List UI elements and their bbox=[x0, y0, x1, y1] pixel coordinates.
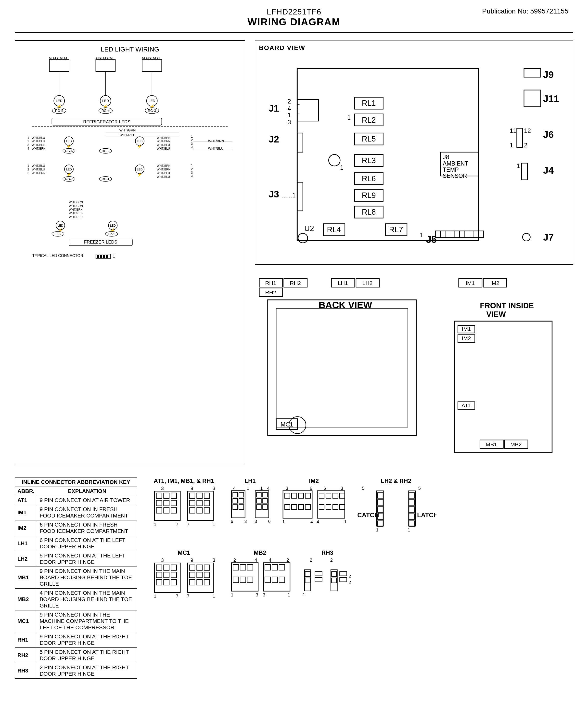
svg-rect-276 bbox=[255, 491, 269, 518]
svg-text:J2: J2 bbox=[269, 134, 279, 144]
connector-at1-im1-mb1-rh1: AT1, IM1, MB1, & RH1 3 9 3 bbox=[147, 477, 221, 533]
svg-rect-256 bbox=[197, 500, 203, 506]
svg-rect-22 bbox=[142, 59, 162, 71]
appliance-views-svg: RH1 RH2 RH2 LH1 LH2 IM1 IM2 BACK VIEW bbox=[255, 274, 573, 466]
svg-text:AMBIENT: AMBIENT bbox=[443, 160, 468, 167]
board-view-title: BOARD VIEW bbox=[259, 44, 569, 52]
explanation-mc1: 9 PIN CONNECTION IN THE MACHINE COMPARTM… bbox=[37, 611, 137, 632]
svg-rect-280 bbox=[262, 499, 267, 503]
svg-text:WHT/BRN: WHT/BRN bbox=[32, 147, 46, 150]
svg-rect-334 bbox=[164, 565, 169, 571]
svg-rect-282 bbox=[262, 505, 267, 510]
svg-rect-390 bbox=[340, 572, 347, 576]
svg-text:6: 6 bbox=[323, 486, 326, 491]
svg-rect-241 bbox=[164, 493, 169, 499]
svg-text:1: 1 bbox=[113, 254, 115, 258]
svg-rect-172 bbox=[522, 163, 527, 180]
right-panel: BOARD VIEW J9 J11 J1 bbox=[255, 40, 573, 465]
svg-rect-244 bbox=[164, 500, 169, 506]
svg-text:WHT/BLU: WHT/BLU bbox=[157, 147, 170, 150]
svg-text:⚡: ⚡ bbox=[137, 144, 142, 149]
svg-text:3: 3 bbox=[213, 557, 215, 563]
svg-rect-375 bbox=[272, 577, 277, 582]
svg-text:WHT/RED: WHT/RED bbox=[69, 215, 83, 219]
board-view-section: BOARD VIEW J9 J11 J1 bbox=[255, 40, 573, 265]
table-row: IM19 PIN CONNECTION IN FRESH FOOD ICEMAK… bbox=[15, 505, 137, 520]
svg-text:RG-4: RG-4 bbox=[102, 109, 110, 112]
rg3-connector-group: WHT/BRN WHT/BLU WHT/BLU WHT/BRN WHT/BLU bbox=[142, 57, 162, 71]
svg-rect-333 bbox=[156, 565, 162, 571]
svg-rect-336 bbox=[156, 572, 162, 578]
svg-rect-259 bbox=[197, 508, 203, 513]
svg-text:1: 1 bbox=[420, 231, 423, 239]
table-row: MC19 PIN CONNECTION IN THE MACHINE COMPA… bbox=[15, 611, 137, 632]
im2-label: IM2 bbox=[309, 477, 319, 484]
rg7-group: 1 2 3 WHT/BLU WHT/BLU WHT/BRN LED ⚡ RG-7 bbox=[27, 164, 75, 182]
svg-text:2: 2 bbox=[330, 557, 333, 563]
svg-text:LED: LED bbox=[110, 224, 116, 227]
svg-point-164 bbox=[329, 154, 340, 166]
main-content: LED LIGHT WIRING WHT/BRN WHT/BLU WHT/BLU… bbox=[0, 35, 588, 470]
svg-text:J1: J1 bbox=[269, 103, 279, 113]
svg-rect-363 bbox=[247, 564, 253, 570]
svg-rect-365 bbox=[233, 577, 238, 582]
svg-text:IM2: IM2 bbox=[490, 280, 499, 286]
svg-rect-347 bbox=[204, 565, 210, 571]
svg-text:4: 4 bbox=[317, 519, 319, 524]
svg-text:5: 5 bbox=[418, 486, 421, 491]
svg-text:4: 4 bbox=[191, 145, 193, 149]
svg-rect-129 bbox=[100, 255, 102, 258]
svg-text:1: 1 bbox=[231, 592, 233, 597]
svg-text:RL8: RL8 bbox=[362, 208, 376, 216]
svg-text:IM1: IM1 bbox=[466, 280, 475, 286]
svg-rect-128 bbox=[97, 255, 99, 258]
svg-text:WHT/GRN: WHT/GRN bbox=[69, 204, 83, 208]
explanation-at1: 9 PIN CONNECTION AT AIR TOWER bbox=[37, 496, 137, 505]
im2-connector-svg: 3 6 6 3 1 4 bbox=[279, 486, 348, 530]
svg-text:RL9: RL9 bbox=[362, 191, 376, 200]
svg-rect-337 bbox=[164, 572, 169, 578]
svg-text:WHT/BRN: WHT/BRN bbox=[157, 164, 171, 167]
svg-rect-352 bbox=[197, 580, 203, 585]
svg-text:WHT/BLU: WHT/BLU bbox=[149, 57, 152, 59]
svg-text:LED: LED bbox=[102, 99, 109, 103]
svg-rect-181 bbox=[297, 182, 303, 211]
svg-text:WHT/BRN: WHT/BRN bbox=[157, 168, 171, 171]
svg-text:LH1: LH1 bbox=[338, 280, 348, 286]
svg-rect-291 bbox=[292, 493, 297, 498]
svg-text:2: 2 bbox=[191, 167, 193, 171]
rh3-connector-svg: 2 2 1 2 bbox=[299, 557, 356, 603]
svg-rect-273 bbox=[239, 505, 244, 510]
svg-rect-297 bbox=[305, 504, 311, 510]
svg-rect-315 bbox=[377, 493, 383, 498]
rh3-label: RH3 bbox=[321, 549, 333, 556]
svg-rect-257 bbox=[204, 500, 210, 506]
explanation-col-header: EXPLANATION bbox=[37, 487, 137, 496]
svg-text:1: 1 bbox=[27, 136, 29, 140]
svg-text:WHT/BLU: WHT/BLU bbox=[157, 171, 170, 175]
svg-rect-292 bbox=[298, 493, 303, 498]
svg-text:J5: J5 bbox=[426, 234, 437, 245]
abbreviation-table-container: INLINE CONNECTOR ABBREVIATION KEY ABBR. … bbox=[15, 477, 137, 679]
diagram-title: WIRING DIAGRAM bbox=[0, 16, 588, 27]
svg-rect-277 bbox=[256, 493, 261, 497]
svg-text:1: 1 bbox=[302, 592, 305, 597]
svg-text:WHT/BLU: WHT/BLU bbox=[156, 57, 159, 59]
fz2-group: WHT/GRN WHT/GRN WHT/BRN WHT/RED WHT/RED … bbox=[52, 201, 83, 236]
explanation-mb2: 4 PIN CONNECTION IN THE MAIN BOARD HOUSI… bbox=[37, 588, 137, 611]
svg-rect-260 bbox=[204, 508, 210, 513]
svg-rect-305 bbox=[319, 504, 324, 510]
abbrev-mb2: MB2 bbox=[15, 588, 37, 611]
svg-rect-271 bbox=[239, 499, 244, 503]
explanation-lh2: 5 PIN CONNECTION AT THE LEFT DOOR UPPER … bbox=[37, 551, 137, 567]
svg-text:RH2: RH2 bbox=[265, 289, 276, 295]
svg-text:9: 9 bbox=[190, 486, 193, 491]
abbreviation-table: INLINE CONNECTOR ABBREVIATION KEY ABBR. … bbox=[15, 477, 137, 679]
svg-text:4: 4 bbox=[311, 519, 313, 524]
explanation-rh1: 9 PIN CONNECTION AT THE RIGHT DOOR UPPER… bbox=[37, 632, 137, 648]
svg-text:1: 1 bbox=[191, 135, 193, 138]
svg-text:FRONT INSIDE: FRONT INSIDE bbox=[480, 302, 534, 310]
svg-text:1: 1 bbox=[340, 164, 343, 171]
svg-text:TEMP: TEMP bbox=[443, 167, 459, 173]
svg-text:WHT/BLU: WHT/BLU bbox=[32, 140, 45, 143]
